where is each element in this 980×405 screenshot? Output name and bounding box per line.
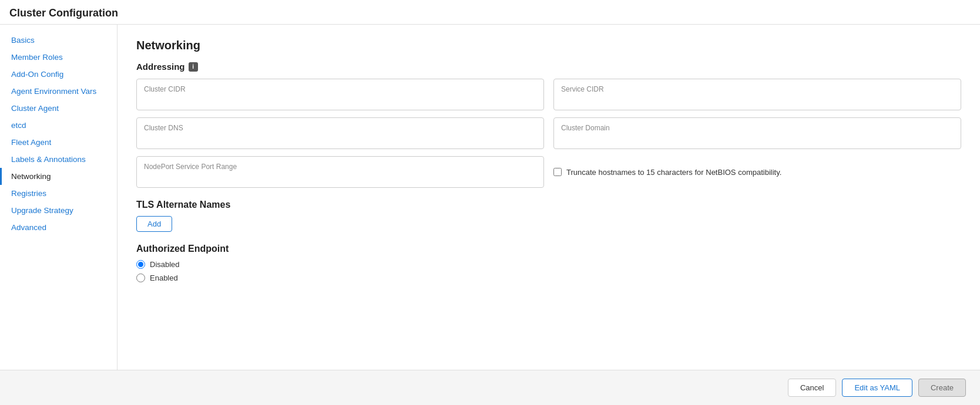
cluster-cidr-input[interactable] — [144, 95, 536, 104]
service-cidr-field: Service CIDR — [553, 79, 961, 110]
create-button[interactable]: Create — [918, 379, 966, 397]
cluster-domain-input[interactable] — [561, 134, 954, 143]
sidebar-item-registries[interactable]: Registries — [0, 185, 117, 202]
addressing-title: Addressing i — [136, 62, 961, 72]
main-content: Networking Addressing i Cluster CIDR Ser… — [118, 25, 980, 370]
netbios-checkbox[interactable] — [553, 168, 562, 176]
cluster-domain-field: Cluster Domain — [553, 117, 961, 149]
cluster-domain-label: Cluster Domain — [561, 124, 954, 132]
cluster-dns-field: Cluster DNS — [136, 117, 544, 149]
cluster-dns-input[interactable] — [144, 134, 536, 143]
sidebar-item-advanced[interactable]: Advanced — [0, 219, 117, 236]
sidebar-item-networking[interactable]: Networking — [0, 168, 117, 185]
radio-enabled[interactable] — [136, 274, 145, 282]
sidebar: Basics Member Roles Add-On Config Agent … — [0, 25, 118, 370]
cluster-dns-label: Cluster DNS — [144, 124, 536, 132]
netbios-label[interactable]: Truncate hostnames to 15 characters for … — [566, 168, 781, 177]
sidebar-item-etcd[interactable]: etcd — [0, 117, 117, 134]
radio-enabled-label[interactable]: Enabled — [150, 274, 178, 282]
edit-yaml-button[interactable]: Edit as YAML — [842, 379, 912, 397]
nodeport-field: NodePort Service Port Range — [136, 156, 544, 188]
sidebar-item-agent-env-vars[interactable]: Agent Environment Vars — [0, 83, 117, 100]
authorized-endpoint-title: Authorized Endpoint — [136, 244, 961, 254]
sidebar-item-member-roles[interactable]: Member Roles — [0, 49, 117, 66]
netbios-row: Truncate hostnames to 15 characters for … — [553, 163, 781, 181]
cluster-cidr-label: Cluster CIDR — [144, 85, 536, 93]
addressing-info-icon[interactable]: i — [189, 62, 198, 72]
cluster-cidr-field: Cluster CIDR — [136, 79, 544, 110]
radio-enabled-row: Enabled — [136, 274, 961, 282]
tls-title: TLS Alternate Names — [136, 200, 961, 210]
sidebar-item-add-on-config[interactable]: Add-On Config — [0, 66, 117, 83]
tls-section: TLS Alternate Names Add — [136, 200, 961, 232]
service-cidr-label: Service CIDR — [561, 85, 954, 93]
radio-disabled[interactable] — [136, 260, 145, 269]
authorized-endpoint-section: Authorized Endpoint Disabled Enabled — [136, 244, 961, 282]
addressing-row-2: Cluster DNS Cluster Domain — [136, 117, 961, 149]
tls-add-button[interactable]: Add — [136, 216, 172, 232]
page-title: Cluster Configuration — [0, 0, 980, 25]
nodeport-label: NodePort Service Port Range — [144, 163, 536, 171]
sidebar-item-basics[interactable]: Basics — [0, 32, 117, 49]
sidebar-item-fleet-agent[interactable]: Fleet Agent — [0, 134, 117, 151]
nodeport-input[interactable] — [144, 173, 536, 181]
cancel-button[interactable]: Cancel — [788, 379, 836, 397]
sidebar-item-cluster-agent[interactable]: Cluster Agent — [0, 100, 117, 117]
footer: Cancel Edit as YAML Create — [0, 370, 980, 405]
addressing-row-1: Cluster CIDR Service CIDR — [136, 79, 961, 110]
radio-disabled-row: Disabled — [136, 260, 961, 269]
sidebar-item-labels-annotations[interactable]: Labels & Annotations — [0, 151, 117, 168]
addressing-row-3: NodePort Service Port Range Truncate hos… — [136, 156, 961, 188]
sidebar-item-upgrade-strategy[interactable]: Upgrade Strategy — [0, 202, 117, 219]
radio-disabled-label[interactable]: Disabled — [150, 260, 180, 269]
netbios-checkbox-container: Truncate hostnames to 15 characters for … — [553, 156, 961, 188]
service-cidr-input[interactable] — [561, 95, 954, 104]
section-title: Networking — [136, 39, 961, 52]
